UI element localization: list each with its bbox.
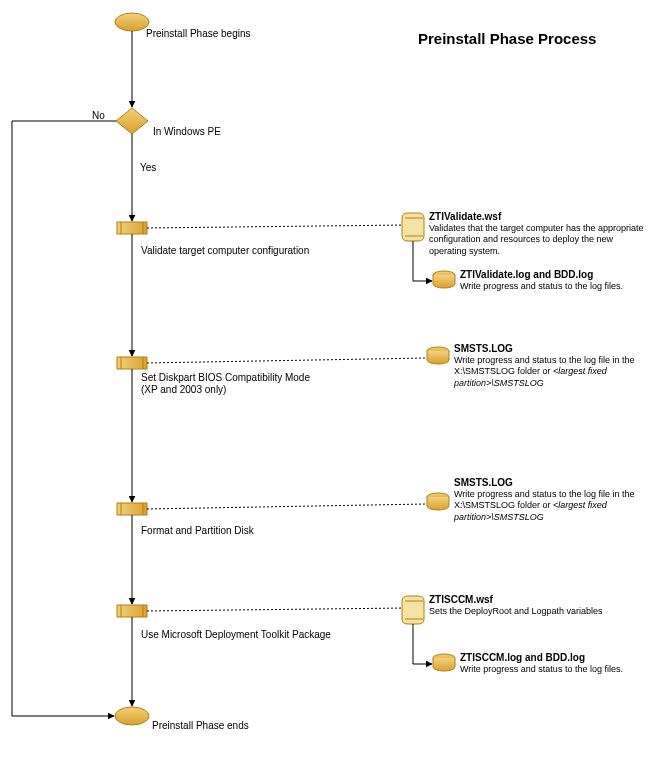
a3-body-a: Write progress and status to the log fil… [454,489,634,510]
end-terminator [115,707,149,725]
a4-head: ZTISCCM.wsf [429,594,493,605]
step1-label: Validate target computer configuration [141,245,309,256]
a1-head: ZTIValidate.wsf [429,211,501,222]
page-title: Preinstall Phase Process [418,30,596,47]
start-label: Preinstall Phase begins [146,28,251,39]
step2-annot-link [147,358,426,363]
flowchart-canvas: Preinstall Phase Process Preinstall Phas… [0,0,652,764]
scroll-icon-a4 [402,596,424,624]
a4b-head: ZTISCCM.log and BDD.log [460,652,585,663]
db-icon-a3 [427,493,449,510]
a3-body: Write progress and status to the log fil… [454,489,649,523]
db-icon-a1b [433,271,455,288]
step3-shape [117,503,147,515]
step2-sub: (XP and 2003 only) [141,384,226,395]
edge-no [12,121,116,716]
edge-no-label: No [92,110,105,121]
a1-body: Validates that the target computer has t… [429,223,649,257]
step1-annot-link [147,225,407,228]
a2-body-a: Write progress and status to the log fil… [454,355,634,376]
end-label: Preinstall Phase ends [152,720,249,731]
step3-annot-link [147,504,426,509]
a1b-body: Write progress and status to the log fil… [460,281,623,292]
a4-body: Sets the DeployRoot and Logpath variable… [429,606,603,617]
decision-diamond [116,108,148,134]
step4-annot-link [147,608,407,611]
decision-label: In Windows PE [153,126,221,137]
step3-label: Format and Partition Disk [141,525,254,536]
step4-shape [117,605,147,617]
step2-label: Set Diskpart BIOS Compatibility Mode [141,372,310,383]
db-icon-a2 [427,347,449,364]
a1b-head: ZTIValidate.log and BDD.log [460,269,593,280]
step1-shape [117,222,147,234]
a2-head: SMSTS.LOG [454,343,513,354]
db-icon-a4b [433,654,455,671]
step4-label: Use Microsoft Deployment Toolkit Package [141,629,331,640]
step2-shape [117,357,147,369]
start-terminator [115,13,149,31]
a3-head: SMSTS.LOG [454,477,513,488]
edge-yes-label: Yes [140,162,156,173]
scroll-icon-a1 [402,213,424,241]
a2-body: Write progress and status to the log fil… [454,355,649,389]
a4-to-a4b [413,624,432,664]
a4b-body: Write progress and status to the log fil… [460,664,623,675]
